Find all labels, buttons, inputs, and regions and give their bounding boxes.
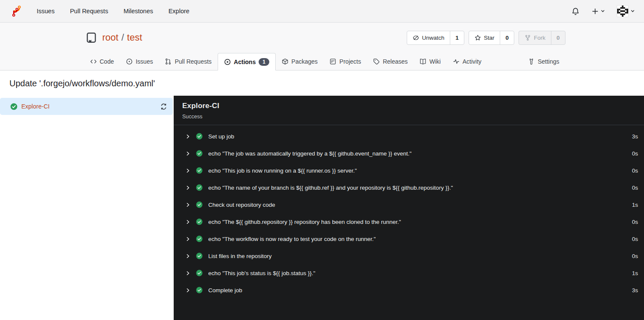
tab-pull-requests[interactable]: Pull Requests xyxy=(159,53,217,70)
bell-icon xyxy=(571,7,580,15)
tab-label: Actions xyxy=(234,59,256,65)
notifications-button[interactable] xyxy=(571,7,580,15)
chevron-right-icon xyxy=(186,185,190,190)
step-name: Check out repository code xyxy=(208,202,275,208)
step-name: echo "The workflow is now ready to test … xyxy=(208,236,376,242)
plus-icon xyxy=(592,8,599,15)
nav-explore[interactable]: Explore xyxy=(161,0,197,22)
tab-projects[interactable]: Projects xyxy=(323,53,367,70)
step-name: echo "The job was automatically triggere… xyxy=(208,150,411,157)
code-icon xyxy=(90,58,97,65)
fork-label: Fork xyxy=(534,35,545,41)
star-label: Star xyxy=(484,35,495,41)
star-count[interactable]: 0 xyxy=(500,31,514,44)
repo-owner-link[interactable]: root xyxy=(102,32,119,43)
unwatch-label: Unwatch xyxy=(422,35,445,41)
step-name: echo "The name of your branch is ${{ git… xyxy=(208,185,453,191)
check-circle-icon xyxy=(196,201,203,208)
star-button-group: Star 0 xyxy=(469,31,514,45)
step-row[interactable]: Complete job 3s xyxy=(174,282,644,299)
nav-pull-requests[interactable]: Pull Requests xyxy=(62,0,116,22)
step-row[interactable]: List files in the repository 0s xyxy=(174,247,644,264)
navbar-right xyxy=(571,5,635,17)
check-circle-icon xyxy=(196,235,203,242)
check-circle-icon xyxy=(196,218,203,225)
check-circle-icon xyxy=(196,287,203,294)
job-log-panel: Explore-CI Success Set up job 3s echo "T… xyxy=(174,96,644,320)
tab-settings[interactable]: Settings xyxy=(522,53,565,70)
step-row[interactable]: echo "This job is now running on a ${{ r… xyxy=(174,162,644,179)
watch-button-group: Unwatch 1 xyxy=(407,31,464,45)
caret-down-icon xyxy=(601,10,605,12)
play-circle-icon xyxy=(224,59,231,65)
tab-label: Projects xyxy=(339,58,361,65)
unwatch-button[interactable]: Unwatch xyxy=(407,31,450,44)
step-row[interactable]: Set up job 3s xyxy=(174,128,644,145)
chevron-right-icon xyxy=(186,271,190,276)
step-duration: 3s xyxy=(632,287,638,294)
user-menu-button[interactable] xyxy=(617,5,635,17)
step-row[interactable]: Check out repository code 1s xyxy=(174,196,644,213)
step-row[interactable]: echo "The name of your branch is ${{ git… xyxy=(174,179,644,196)
wrench-icon xyxy=(528,58,535,65)
tab-label: Code xyxy=(100,58,114,65)
project-icon xyxy=(329,58,336,65)
job-log-title: Explore-CI xyxy=(182,102,635,110)
jobs-sidebar: Explore-CI xyxy=(0,96,174,320)
refresh-icon[interactable] xyxy=(160,103,167,110)
caret-down-icon xyxy=(631,10,635,12)
step-name: List files in the repository xyxy=(208,253,272,259)
run-body: Explore-CI Explore-CI Success Set up job… xyxy=(0,96,644,320)
step-duration: 0s xyxy=(632,236,638,242)
tab-releases[interactable]: Releases xyxy=(367,53,414,70)
tab-issues[interactable]: Issues xyxy=(120,53,159,70)
step-duration: 0s xyxy=(632,167,638,174)
tab-label: Wiki xyxy=(429,58,440,65)
step-name: echo "This job's status is ${{ job.statu… xyxy=(208,270,315,276)
check-circle-icon xyxy=(196,184,203,191)
watch-count[interactable]: 1 xyxy=(450,31,464,44)
check-circle-icon xyxy=(196,167,203,174)
chevron-right-icon xyxy=(186,237,190,241)
tab-label: Activity xyxy=(463,58,481,65)
top-navbar: Issues Pull Requests Milestones Explore xyxy=(0,0,644,23)
job-name: Explore-CI xyxy=(21,103,50,110)
repo-action-buttons: Unwatch 1 Star 0 xyxy=(407,31,565,45)
check-circle-icon xyxy=(196,252,203,259)
chevron-right-icon xyxy=(186,220,190,224)
fork-icon xyxy=(525,35,531,41)
step-row[interactable]: echo "This job's status is ${{ job.statu… xyxy=(174,264,644,282)
check-circle-icon xyxy=(196,270,203,276)
step-row[interactable]: echo "The ${{ github.repository }} repos… xyxy=(174,213,644,230)
tag-icon xyxy=(373,58,380,65)
fork-button-group: Fork 0 xyxy=(519,31,565,45)
star-icon xyxy=(475,35,481,41)
step-row[interactable]: echo "The workflow is now ready to test … xyxy=(174,230,644,247)
nav-issues[interactable]: Issues xyxy=(29,0,62,22)
chevron-right-icon xyxy=(186,168,190,173)
tab-wiki[interactable]: Wiki xyxy=(414,53,446,70)
repo-name-link[interactable]: test xyxy=(127,32,142,43)
actions-count-badge: 1 xyxy=(259,58,269,66)
tab-packages[interactable]: Packages xyxy=(276,53,323,70)
create-menu-button[interactable] xyxy=(592,8,605,15)
step-name: Complete job xyxy=(208,287,242,294)
repo-separator: / xyxy=(121,32,124,43)
tab-activity[interactable]: Activity xyxy=(447,53,487,70)
tab-actions[interactable]: Actions 1 xyxy=(218,53,276,70)
check-circle-icon xyxy=(10,103,17,110)
step-name: echo "The ${{ github.repository }} repos… xyxy=(208,219,401,225)
tab-code[interactable]: Code xyxy=(84,53,120,70)
avatar-identicon xyxy=(617,5,629,17)
tab-label: Releases xyxy=(383,58,408,65)
job-log-header: Explore-CI Success xyxy=(174,96,644,125)
step-row[interactable]: echo "The job was automatically triggere… xyxy=(174,145,644,162)
forgejo-logo-icon[interactable] xyxy=(9,5,22,18)
issue-icon xyxy=(126,58,133,65)
fork-count[interactable]: 0 xyxy=(551,31,565,44)
star-button[interactable]: Star xyxy=(469,31,500,44)
job-item-explore-ci[interactable]: Explore-CI xyxy=(0,98,173,115)
nav-milestones[interactable]: Milestones xyxy=(116,0,160,22)
fork-button[interactable]: Fork xyxy=(519,31,551,44)
step-duration: 0s xyxy=(632,185,638,191)
